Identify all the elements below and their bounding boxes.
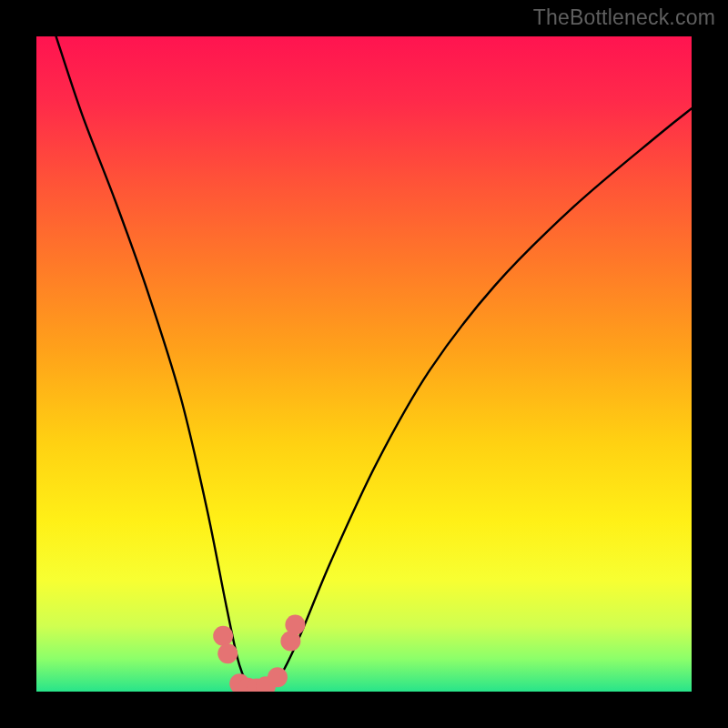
chart-frame: TheBottleneck.com — [0, 0, 728, 728]
curve-layer — [36, 36, 692, 692]
watermark-text: TheBottleneck.com — [533, 5, 715, 30]
curve-marker — [217, 643, 238, 663]
plot-area — [36, 36, 692, 692]
curve-marker — [213, 626, 233, 646]
bottleneck-curve — [56, 36, 692, 692]
curve-marker — [285, 615, 305, 635]
curve-marker — [268, 667, 288, 687]
